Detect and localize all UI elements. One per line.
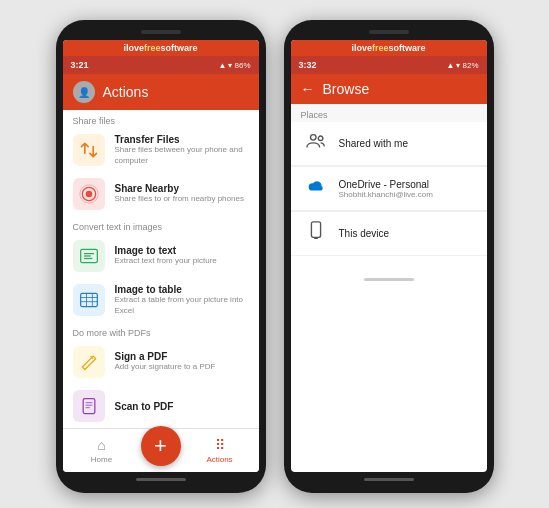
brand-ilove: ilove: [123, 43, 144, 53]
sign-pdf-subtitle: Add your signature to a PDF: [115, 362, 249, 372]
svg-rect-7: [80, 293, 97, 306]
brand-ilove-2: ilove: [351, 43, 372, 53]
svg-point-0: [85, 191, 92, 198]
share-nearby-text: Share Nearby Share files to or from near…: [115, 183, 249, 204]
wifi-icon-2: ▾: [456, 61, 460, 70]
img2table-subtitle: Extract a table from your picture into E…: [115, 295, 249, 316]
fab-plus-icon: +: [154, 433, 167, 459]
browse-content: Places Shared with me: [291, 104, 487, 256]
brand-bar-2: ilovefreesoftware: [291, 40, 487, 56]
home-indicator-1: [136, 478, 186, 481]
share-nearby-title: Share Nearby: [115, 183, 249, 194]
list-item-img2text[interactable]: Image to text Extract text from your pic…: [63, 234, 259, 278]
img2table-icon: [73, 284, 105, 316]
avatar: 👤: [73, 81, 95, 103]
list-item-img2table[interactable]: Image to table Extract a table from your…: [63, 278, 259, 322]
svg-rect-12: [83, 399, 95, 414]
onedrive-subtitle: Shobhit.khanchi@live.com: [339, 190, 473, 199]
home-indicator-line: [364, 278, 414, 281]
transfer-subtitle: Share files between your phone and compu…: [115, 145, 249, 166]
section-pdf: Do more with PDFs: [63, 322, 259, 340]
list-item-share-nearby[interactable]: Share Nearby Share files to or from near…: [63, 172, 259, 216]
places-header: Places: [291, 104, 487, 122]
browse-item-onedrive[interactable]: OneDrive - Personal Shobhit.khanchi@live…: [291, 167, 487, 211]
app-bar-title-actions: Actions: [103, 84, 249, 100]
section-convert: Convert text in images: [63, 216, 259, 234]
sign-pdf-icon: [73, 346, 105, 378]
shared-text: Shared with me: [339, 138, 473, 149]
device-icon: [305, 220, 327, 247]
scan-pdf-title: Scan to PDF: [115, 401, 249, 412]
phone-screen-browse: ilovefreesoftware 3:32 ▲ ▾ 82% ← Browse …: [291, 40, 487, 472]
sign-pdf-text: Sign a PDF Add your signature to a PDF: [115, 351, 249, 372]
onedrive-title: OneDrive - Personal: [339, 179, 473, 190]
onedrive-text: OneDrive - Personal Shobhit.khanchi@live…: [339, 179, 473, 199]
browse-list: Shared with me OneDrive - Personal Shobh…: [291, 122, 487, 256]
transfer-text: Transfer Files Share files between your …: [115, 134, 249, 166]
signal-icon-2: ▲: [447, 61, 455, 70]
img2text-subtitle: Extract text from your picture: [115, 256, 249, 266]
phone-speaker-2: [369, 30, 409, 34]
app-bar-title-browse: Browse: [323, 81, 477, 97]
img2table-text: Image to table Extract a table from your…: [115, 284, 249, 316]
back-icon[interactable]: ←: [301, 81, 315, 97]
section-share-files: Share files: [63, 110, 259, 128]
brand-bar: ilovefreesoftware: [63, 40, 259, 56]
phone-browse: ilovefreesoftware 3:32 ▲ ▾ 82% ← Browse …: [284, 20, 494, 493]
status-right-2: ▲ ▾ 82%: [447, 61, 479, 70]
brand-software-2: software: [389, 43, 426, 53]
bottom-nav: ⌂ Home + ⠿ Actions: [63, 428, 259, 472]
shared-icon: [305, 130, 327, 157]
svg-rect-18: [311, 222, 320, 238]
phone-screen-actions: ilovefreesoftware 3:21 ▲ ▾ 86% 👤 Actions…: [63, 40, 259, 472]
img2text-icon: [73, 240, 105, 272]
phone-speaker: [141, 30, 181, 34]
battery-icon-2: 82%: [462, 61, 478, 70]
list-item-sign-pdf[interactable]: Sign a PDF Add your signature to a PDF: [63, 340, 259, 384]
sign-pdf-title: Sign a PDF: [115, 351, 249, 362]
brand-free: free: [144, 43, 161, 53]
fab-button[interactable]: +: [141, 426, 181, 466]
transfer-icon: [73, 134, 105, 166]
list-item-transfer[interactable]: Transfer Files Share files between your …: [63, 128, 259, 172]
scan-pdf-text: Scan to PDF: [115, 401, 249, 412]
phone-actions: ilovefreesoftware 3:21 ▲ ▾ 86% 👤 Actions…: [56, 20, 266, 493]
list-item-scan-pdf[interactable]: Scan to PDF: [63, 384, 259, 428]
app-bar-browse: ← Browse: [291, 74, 487, 104]
battery-icon: 86%: [234, 61, 250, 70]
img2text-text: Image to text Extract text from your pic…: [115, 245, 249, 266]
wifi-icon: ▾: [228, 61, 232, 70]
share-nearby-subtitle: Share files to or from nearby phones: [115, 194, 249, 204]
home-icon: ⌂: [97, 437, 105, 453]
scene: ilovefreesoftware 3:21 ▲ ▾ 86% 👤 Actions…: [36, 0, 514, 508]
device-text: This device: [339, 228, 473, 239]
signal-icon: ▲: [219, 61, 227, 70]
transfer-title: Transfer Files: [115, 134, 249, 145]
shared-title: Shared with me: [339, 138, 473, 149]
nav-actions-label: Actions: [206, 455, 232, 464]
home-indicator-2: [364, 478, 414, 481]
status-right-1: ▲ ▾ 86%: [219, 61, 251, 70]
svg-point-17: [318, 136, 323, 141]
app-bar-actions: 👤 Actions: [63, 74, 259, 110]
status-time-1: 3:21: [71, 60, 89, 70]
status-time-2: 3:32: [299, 60, 317, 70]
status-bar-2: 3:32 ▲ ▾ 82%: [291, 56, 487, 74]
img2text-title: Image to text: [115, 245, 249, 256]
actions-content: Share files Transfer Files Share files b…: [63, 110, 259, 428]
brand-free-2: free: [372, 43, 389, 53]
nav-home-label: Home: [91, 455, 112, 464]
actions-icon: ⠿: [215, 437, 225, 453]
brand-software: software: [161, 43, 198, 53]
img2table-title: Image to table: [115, 284, 249, 295]
nav-actions[interactable]: ⠿ Actions: [181, 437, 259, 464]
browse-item-shared[interactable]: Shared with me: [291, 122, 487, 166]
svg-point-16: [310, 135, 316, 141]
browse-item-device[interactable]: This device: [291, 212, 487, 256]
scan-pdf-icon: [73, 390, 105, 422]
device-title: This device: [339, 228, 473, 239]
share-nearby-icon: [73, 178, 105, 210]
nav-home[interactable]: ⌂ Home: [63, 437, 141, 464]
bottom-area: [291, 256, 487, 286]
status-bar-1: 3:21 ▲ ▾ 86%: [63, 56, 259, 74]
